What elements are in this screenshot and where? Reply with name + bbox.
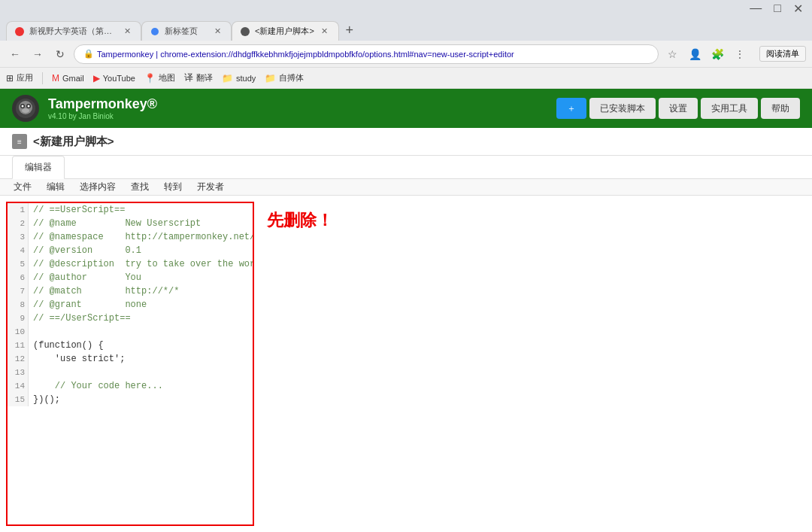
line-content-1: // ==UserScript== (29, 203, 129, 217)
menu-button[interactable]: ⋮ (731, 45, 749, 63)
line-content-5: // @description try to take over the wor… (29, 257, 254, 271)
line-number-8: 8 (8, 298, 29, 312)
bookmark-apps[interactable]: ⊞ 应用 (6, 72, 33, 84)
menu-file[interactable]: 文件 (6, 179, 39, 195)
code-line-1: 1// ==UserScript== (8, 203, 253, 217)
annotation-text: 先删除！ (267, 209, 333, 232)
window-frame: — □ ✕ 新视野大学英语（第三版） ✕ 新标签页 ✕ (0, 0, 812, 532)
line-content-6: // @author You (29, 271, 146, 284)
line-content-11: (function() { (29, 339, 108, 352)
tab-2-title: 新标签页 (165, 26, 207, 37)
line-content-15: })(); (29, 393, 65, 406)
tampermonkey-header: Tampermonkey® v4.10 by Jan Biniok ＋ 已安装脚… (0, 89, 812, 128)
line-number-15: 15 (8, 393, 29, 406)
tab-1[interactable]: 新视野大学英语（第三版） ✕ (6, 21, 141, 41)
editor-breadcrumb: ≡ <新建用户脚本> (0, 128, 812, 156)
nav-add-button[interactable]: ＋ (556, 98, 586, 119)
forward-button[interactable]: → (29, 45, 47, 63)
bookmark-separator-1 (42, 72, 43, 84)
code-editor[interactable]: 1// ==UserScript==2// @name New Userscri… (6, 202, 254, 526)
tab-2-favicon (150, 26, 160, 37)
line-content-8: // @grant none (29, 298, 151, 312)
tab-1-favicon (14, 26, 25, 37)
window-controls-bar: — □ ✕ (0, 0, 812, 17)
code-line-6: 6// @author You (8, 271, 253, 284)
menu-developer[interactable]: 开发者 (189, 179, 232, 195)
nav-installed-button[interactable]: 已安装脚本 (589, 98, 656, 119)
line-content-9: // ==/UserScript== (29, 312, 135, 325)
tampermonkey-title: Tampermonkey® (48, 96, 157, 112)
refresh-button[interactable]: ↻ (51, 45, 69, 63)
tab-2-close[interactable]: ✕ (211, 26, 223, 38)
nav-settings-button[interactable]: 设置 (659, 98, 698, 119)
back-button[interactable]: ← (6, 45, 24, 63)
monkey-logo-icon (15, 98, 36, 119)
line-number-9: 9 (8, 312, 29, 325)
svg-point-6 (28, 105, 30, 108)
menu-find[interactable]: 查找 (123, 179, 156, 195)
main-content: Tampermonkey® v4.10 by Jan Biniok ＋ 已安装脚… (0, 89, 812, 532)
bookmark-ziboti[interactable]: 📁 自搏体 (265, 72, 304, 84)
line-number-3: 3 (8, 230, 29, 244)
line-content-14: // Your code here... (29, 379, 168, 393)
tab-2-favicon-icon (150, 27, 159, 36)
extensions-button[interactable]: 🧩 (708, 45, 726, 63)
gmail-icon: M (52, 73, 59, 84)
nav-help-button[interactable]: 帮助 (761, 98, 800, 119)
line-number-5: 5 (8, 257, 29, 271)
tampermonkey-title-area: Tampermonkey® v4.10 by Jan Biniok (48, 96, 157, 120)
code-line-2: 2// @name New Userscript (8, 217, 253, 230)
new-tab-button[interactable]: + (339, 20, 360, 41)
bookmark-maps[interactable]: 📍 地图 (144, 72, 175, 84)
tab-3-favicon (240, 26, 250, 37)
close-button[interactable]: ✕ (790, 2, 806, 16)
bookmarks-bar: ⊞ 应用 M Gmail ▶ YouTube 📍 地图 译 翻译 📁 study… (0, 68, 812, 89)
line-number-6: 6 (8, 271, 29, 284)
code-line-7: 7// @match http://*/* (8, 284, 253, 298)
bookmark-gmail-label: Gmail (62, 74, 84, 83)
code-line-10: 10 (8, 325, 253, 339)
bookmark-translate-label: 翻译 (196, 72, 213, 84)
bookmark-study[interactable]: 📁 study (222, 73, 256, 84)
maps-icon: 📍 (144, 73, 156, 84)
menu-select[interactable]: 选择内容 (72, 179, 123, 195)
bookmark-ziboti-label: 自搏体 (279, 72, 304, 84)
code-line-13: 13 (8, 366, 253, 379)
apps-icon: ⊞ (6, 73, 14, 84)
youtube-icon: ▶ (93, 73, 100, 84)
profile-button[interactable]: 👤 (686, 45, 704, 63)
tab-3-close[interactable]: ✕ (319, 26, 331, 38)
study-icon: 📁 (222, 73, 233, 84)
tab-editor[interactable]: 编辑器 (12, 156, 65, 179)
menu-goto[interactable]: 转到 (156, 179, 189, 195)
address-input[interactable]: 🔒 Tampermonkey | chrome-extension://dhdg… (74, 44, 659, 64)
bookmark-translate[interactable]: 译 翻译 (184, 71, 213, 84)
line-number-12: 12 (8, 352, 29, 366)
code-line-15: 15})(); (8, 393, 253, 406)
tab-2[interactable]: 新标签页 ✕ (141, 21, 232, 41)
tampermonkey-logo (12, 95, 39, 122)
line-number-7: 7 (8, 284, 29, 298)
code-line-12: 12 'use strict'; (8, 352, 253, 366)
line-content-12: 'use strict'; (29, 352, 129, 366)
tab-3-title: <新建用户脚本> (255, 26, 314, 37)
restore-button[interactable]: □ (771, 2, 784, 15)
bookmark-study-label: study (236, 74, 256, 83)
minimize-button[interactable]: — (747, 2, 765, 15)
lock-icon: 🔒 (83, 49, 94, 59)
nav-tools-button[interactable]: 实用工具 (701, 98, 758, 119)
reader-mode-button[interactable]: 阅读清单 (759, 46, 806, 62)
bookmark-youtube[interactable]: ▶ YouTube (93, 73, 135, 84)
bookmark-gmail[interactable]: M Gmail (52, 73, 84, 84)
tab-3[interactable]: <新建用户脚本> ✕ (232, 21, 339, 41)
tab-1-close[interactable]: ✕ (121, 26, 133, 38)
editor-area: ≡ <新建用户脚本> 编辑器 文件 编辑 选择内容 查找 转到 开发者 (0, 128, 812, 532)
line-content-13 (29, 366, 38, 379)
tab-3-favicon-icon (241, 27, 250, 36)
svg-point-5 (22, 105, 24, 108)
bookmark-star-button[interactable]: ☆ (663, 45, 681, 63)
menu-edit[interactable]: 编辑 (39, 179, 72, 195)
breadcrumb-icon: ≡ (12, 134, 27, 149)
line-number-14: 14 (8, 379, 29, 393)
bookmark-maps-label: 地图 (159, 72, 175, 84)
